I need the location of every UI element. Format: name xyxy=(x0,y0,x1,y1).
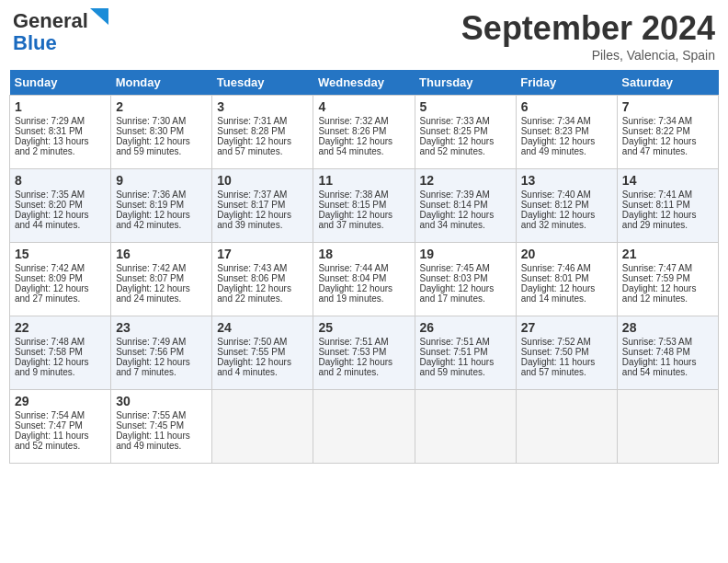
sunrise-text: Sunrise: 7:34 AM xyxy=(622,116,692,126)
sunrise-text: Sunrise: 7:51 AM xyxy=(318,337,388,347)
day-number: 6 xyxy=(521,99,612,114)
daylight-text: Daylight: 12 hours and 49 minutes. xyxy=(521,136,596,156)
svg-marker-0 xyxy=(90,8,108,25)
sunset-text: Sunset: 8:25 PM xyxy=(420,126,488,136)
daylight-text: Daylight: 12 hours and 44 minutes. xyxy=(15,210,89,230)
sunrise-text: Sunrise: 7:33 AM xyxy=(420,116,490,126)
calendar-cell: 12Sunrise: 7:39 AMSunset: 8:14 PMDayligh… xyxy=(415,169,516,243)
day-number: 26 xyxy=(420,320,511,335)
calendar-header-row: SundayMondayTuesdayWednesdayThursdayFrid… xyxy=(10,70,719,96)
day-header-tuesday: Tuesday xyxy=(212,70,313,96)
sunset-text: Sunset: 8:06 PM xyxy=(217,273,285,283)
sunrise-text: Sunrise: 7:47 AM xyxy=(622,263,692,273)
day-number: 7 xyxy=(622,99,713,114)
daylight-text: Daylight: 13 hours and 2 minutes. xyxy=(15,136,89,156)
page-header: General Blue September 2024 Piles, Valen… xyxy=(9,9,719,63)
day-number: 28 xyxy=(622,320,713,335)
day-number: 8 xyxy=(15,173,106,188)
calendar-week-3: 15Sunrise: 7:42 AMSunset: 8:09 PMDayligh… xyxy=(10,243,719,316)
sunset-text: Sunset: 8:11 PM xyxy=(622,200,690,210)
calendar-cell: 1Sunrise: 7:29 AMSunset: 8:31 PMDaylight… xyxy=(10,96,111,169)
day-number: 18 xyxy=(318,247,409,261)
day-number: 20 xyxy=(521,247,612,261)
day-header-wednesday: Wednesday xyxy=(313,70,415,96)
daylight-text: Daylight: 12 hours and 27 minutes. xyxy=(15,283,89,304)
day-header-thursday: Thursday xyxy=(415,70,516,96)
sunset-text: Sunset: 8:04 PM xyxy=(318,273,386,283)
sunrise-text: Sunrise: 7:40 AM xyxy=(521,190,591,200)
daylight-text: Daylight: 12 hours and 52 minutes. xyxy=(420,136,495,156)
sunset-text: Sunset: 7:45 PM xyxy=(116,420,184,431)
daylight-text: Daylight: 11 hours and 49 minutes. xyxy=(116,431,190,451)
sunset-text: Sunset: 8:12 PM xyxy=(521,200,589,210)
day-number: 5 xyxy=(420,99,511,114)
calendar-cell: 11Sunrise: 7:38 AMSunset: 8:15 PMDayligh… xyxy=(313,169,415,243)
calendar-cell: 22Sunrise: 7:48 AMSunset: 7:58 PMDayligh… xyxy=(10,316,111,390)
sunset-text: Sunset: 8:07 PM xyxy=(116,273,184,283)
daylight-text: Daylight: 12 hours and 2 minutes. xyxy=(318,357,392,377)
sunset-text: Sunset: 8:01 PM xyxy=(521,273,589,283)
sunrise-text: Sunrise: 7:55 AM xyxy=(116,410,186,420)
calendar-cell: 19Sunrise: 7:45 AMSunset: 8:03 PMDayligh… xyxy=(415,243,516,316)
calendar-cell: 3Sunrise: 7:31 AMSunset: 8:28 PMDaylight… xyxy=(212,96,313,169)
calendar-cell: 23Sunrise: 7:49 AMSunset: 7:56 PMDayligh… xyxy=(111,316,212,390)
calendar-cell: 29Sunrise: 7:54 AMSunset: 7:47 PMDayligh… xyxy=(10,390,111,464)
calendar-cell: 21Sunrise: 7:47 AMSunset: 7:59 PMDayligh… xyxy=(617,243,718,316)
day-number: 14 xyxy=(622,173,713,188)
calendar-cell: 13Sunrise: 7:40 AMSunset: 8:12 PMDayligh… xyxy=(516,169,617,243)
daylight-text: Daylight: 12 hours and 9 minutes. xyxy=(15,357,89,377)
calendar-cell: 8Sunrise: 7:35 AMSunset: 8:20 PMDaylight… xyxy=(10,169,111,243)
daylight-text: Daylight: 12 hours and 32 minutes. xyxy=(521,210,596,230)
calendar-cell: 10Sunrise: 7:37 AMSunset: 8:17 PMDayligh… xyxy=(212,169,313,243)
calendar-week-4: 22Sunrise: 7:48 AMSunset: 7:58 PMDayligh… xyxy=(10,316,719,390)
daylight-text: Daylight: 12 hours and 59 minutes. xyxy=(116,136,190,156)
sunrise-text: Sunrise: 7:42 AM xyxy=(116,263,186,273)
location: Piles, Valencia, Spain xyxy=(461,48,715,63)
sunset-text: Sunset: 8:31 PM xyxy=(15,126,83,136)
sunset-text: Sunset: 8:20 PM xyxy=(15,200,83,210)
sunrise-text: Sunrise: 7:30 AM xyxy=(116,116,186,126)
title-section: September 2024 Piles, Valencia, Spain xyxy=(461,9,715,63)
daylight-text: Daylight: 12 hours and 22 minutes. xyxy=(217,283,291,304)
daylight-text: Daylight: 11 hours and 54 minutes. xyxy=(622,357,697,377)
sunset-text: Sunset: 8:28 PM xyxy=(217,126,285,136)
daylight-text: Daylight: 12 hours and 14 minutes. xyxy=(521,283,596,304)
day-number: 22 xyxy=(15,320,106,335)
sunrise-text: Sunrise: 7:46 AM xyxy=(521,263,591,273)
sunrise-text: Sunrise: 7:37 AM xyxy=(217,190,287,200)
daylight-text: Daylight: 11 hours and 52 minutes. xyxy=(15,431,89,451)
day-number: 11 xyxy=(318,173,409,188)
day-header-sunday: Sunday xyxy=(10,70,111,96)
sunset-text: Sunset: 8:23 PM xyxy=(521,126,589,136)
day-number: 1 xyxy=(15,99,106,114)
sunset-text: Sunset: 7:47 PM xyxy=(15,420,83,431)
sunset-text: Sunset: 8:22 PM xyxy=(622,126,690,136)
sunset-text: Sunset: 8:30 PM xyxy=(116,126,184,136)
day-number: 24 xyxy=(217,320,308,335)
calendar-cell: 27Sunrise: 7:52 AMSunset: 7:50 PMDayligh… xyxy=(516,316,617,390)
calendar-cell: 7Sunrise: 7:34 AMSunset: 8:22 PMDaylight… xyxy=(617,96,718,169)
calendar-cell: 30Sunrise: 7:55 AMSunset: 7:45 PMDayligh… xyxy=(111,390,212,464)
calendar-cell: 28Sunrise: 7:53 AMSunset: 7:48 PMDayligh… xyxy=(617,316,718,390)
calendar-week-1: 1Sunrise: 7:29 AMSunset: 8:31 PMDaylight… xyxy=(10,96,719,169)
sunrise-text: Sunrise: 7:35 AM xyxy=(15,190,85,200)
calendar-week-2: 8Sunrise: 7:35 AMSunset: 8:20 PMDaylight… xyxy=(10,169,719,243)
sunrise-text: Sunrise: 7:39 AM xyxy=(420,190,490,200)
day-number: 10 xyxy=(217,173,308,188)
sunrise-text: Sunrise: 7:32 AM xyxy=(318,116,388,126)
calendar-cell: 16Sunrise: 7:42 AMSunset: 8:07 PMDayligh… xyxy=(111,243,212,316)
calendar-cell: 26Sunrise: 7:51 AMSunset: 7:51 PMDayligh… xyxy=(415,316,516,390)
sunset-text: Sunset: 8:19 PM xyxy=(116,200,184,210)
calendar-cell: 15Sunrise: 7:42 AMSunset: 8:09 PMDayligh… xyxy=(10,243,111,316)
sunrise-text: Sunrise: 7:36 AM xyxy=(116,190,186,200)
calendar-cell: 25Sunrise: 7:51 AMSunset: 7:53 PMDayligh… xyxy=(313,316,415,390)
daylight-text: Daylight: 12 hours and 37 minutes. xyxy=(318,210,392,230)
daylight-text: Daylight: 11 hours and 59 minutes. xyxy=(420,357,495,377)
day-header-monday: Monday xyxy=(111,70,212,96)
calendar-cell xyxy=(313,390,415,464)
day-number: 3 xyxy=(217,99,308,114)
sunrise-text: Sunrise: 7:50 AM xyxy=(217,337,287,347)
day-header-saturday: Saturday xyxy=(617,70,718,96)
day-number: 21 xyxy=(622,247,713,261)
sunrise-text: Sunrise: 7:54 AM xyxy=(15,410,85,420)
